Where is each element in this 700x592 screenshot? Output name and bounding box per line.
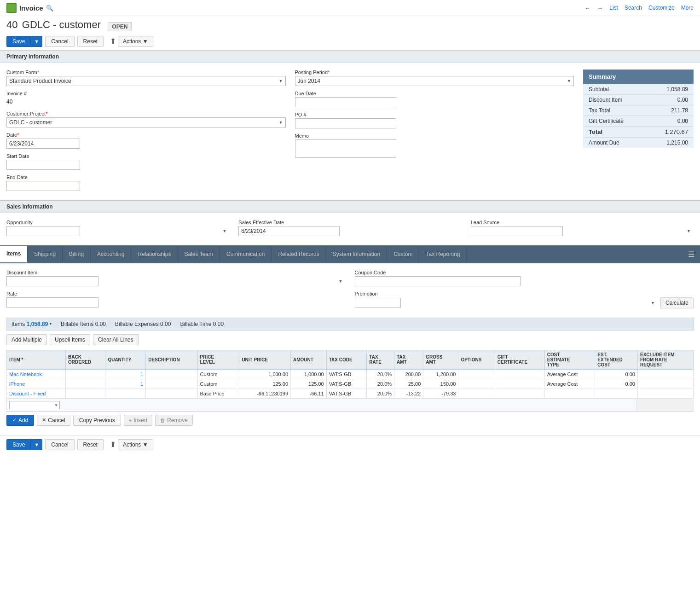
save-button[interactable]: Save bbox=[6, 36, 31, 47]
cancel-add-button[interactable]: ✕ Cancel bbox=[37, 415, 70, 426]
posting-period-select[interactable]: Jun 2014 bbox=[295, 76, 574, 86]
discount-item-select[interactable] bbox=[6, 276, 98, 286]
custom-form-select[interactable]: Standard Product Invoice bbox=[6, 76, 286, 86]
lead-source-select[interactable] bbox=[471, 226, 563, 236]
table-cell bbox=[495, 389, 544, 398]
table-cell bbox=[458, 389, 495, 398]
quantity-link[interactable]: 1 bbox=[140, 381, 143, 387]
table-cell: Average Cost bbox=[544, 369, 595, 379]
reset-button[interactable]: Reset bbox=[77, 36, 104, 47]
coupon-input[interactable] bbox=[355, 276, 521, 286]
add-multiple-button[interactable]: Add Multiple bbox=[6, 334, 47, 345]
table-cell: VAT:S-GB bbox=[326, 389, 367, 398]
insert-button[interactable]: + Insert bbox=[124, 415, 152, 426]
new-item-select-cell[interactable] bbox=[7, 399, 636, 411]
items-summary-bar: Items 1,058.89 • Billable Items 0.00 Bil… bbox=[6, 318, 694, 331]
table-cell: Average Cost bbox=[544, 379, 595, 389]
nav-search[interactable]: Search bbox=[625, 5, 642, 11]
table-cell bbox=[544, 389, 595, 398]
summary-box: Summary Subtotal 1,058.89 Discount Item … bbox=[583, 70, 694, 148]
new-item-select[interactable] bbox=[9, 401, 60, 409]
new-item-row bbox=[7, 399, 694, 411]
nav-customize[interactable]: Customize bbox=[648, 5, 675, 11]
tab-billing[interactable]: Billing bbox=[63, 246, 91, 262]
opportunity-field: Opportunity bbox=[6, 220, 229, 236]
po-input[interactable] bbox=[295, 118, 396, 128]
posting-period-wrap[interactable]: Jun 2014 bbox=[295, 76, 574, 86]
table-cell bbox=[146, 379, 197, 389]
cancel-button[interactable]: Cancel bbox=[45, 36, 74, 47]
rate-input[interactable] bbox=[6, 297, 98, 308]
lead-source-wrap[interactable] bbox=[471, 226, 694, 236]
table-cell: -13.22 bbox=[394, 389, 423, 398]
forward-arrow[interactable]: → bbox=[597, 5, 603, 12]
search-icon[interactable]: 🔍 bbox=[46, 5, 53, 12]
date-input[interactable] bbox=[6, 139, 80, 149]
bottom-cancel-button[interactable]: Cancel bbox=[45, 439, 74, 450]
back-arrow[interactable]: ← bbox=[584, 5, 590, 12]
customer-select-wrap[interactable]: GDLC - customer bbox=[6, 117, 286, 128]
new-item-empty bbox=[636, 399, 693, 411]
upsell-items-button[interactable]: Upsell Items bbox=[50, 334, 90, 345]
calculate-button[interactable]: Calculate bbox=[660, 297, 694, 308]
item-link[interactable]: iPhone bbox=[9, 381, 25, 387]
add-button[interactable]: ✓ Add bbox=[6, 415, 34, 426]
copy-previous-button[interactable]: Copy Previous bbox=[73, 415, 121, 426]
nav-more[interactable]: More bbox=[681, 5, 694, 11]
discount-item-wrap[interactable] bbox=[6, 276, 346, 286]
save-dropdown[interactable]: ▼ bbox=[31, 36, 42, 47]
th-tax-rate: TAXRATE bbox=[367, 350, 394, 369]
th-options: OPTIONS bbox=[458, 350, 495, 369]
opportunity-label: Opportunity bbox=[6, 220, 229, 225]
remove-button[interactable]: 🗑 Remove bbox=[155, 415, 193, 426]
item-link[interactable]: Discount - Fixed bbox=[9, 391, 46, 396]
table-cell: 125.00 bbox=[239, 379, 291, 389]
actions-button[interactable]: Actions ▼ bbox=[118, 36, 153, 47]
custom-form-field: Custom Form* Standard Product Invoice bbox=[6, 70, 286, 86]
nav-list[interactable]: List bbox=[609, 5, 618, 11]
th-price-level: PRICELEVEL bbox=[197, 350, 239, 369]
sales-section-header: Sales Information bbox=[0, 200, 700, 213]
sales-date-input[interactable] bbox=[238, 226, 340, 236]
tab-sales-team[interactable]: Sales Team bbox=[178, 246, 220, 262]
end-date-input[interactable] bbox=[6, 181, 80, 191]
table-cell: VAT:S-GB bbox=[326, 379, 367, 389]
opportunity-wrap[interactable] bbox=[6, 226, 229, 236]
table-cell: -79.33 bbox=[423, 389, 458, 398]
clear-all-button[interactable]: Clear All Lines bbox=[93, 334, 139, 345]
item-link[interactable]: Mac Notebook bbox=[9, 371, 42, 377]
th-tax-amt: TAXAMT bbox=[394, 350, 423, 369]
summary-subtotal: Subtotal 1,058.89 bbox=[583, 84, 694, 94]
table-cell bbox=[66, 389, 105, 398]
tab-system-info[interactable]: System Information bbox=[326, 246, 387, 262]
tab-custom[interactable]: Custom bbox=[387, 246, 419, 262]
tab-communication[interactable]: Communication bbox=[220, 246, 272, 262]
quantity-link[interactable]: 1 bbox=[140, 371, 143, 377]
custom-form-select-wrap[interactable]: Standard Product Invoice bbox=[6, 76, 286, 86]
start-date-input[interactable] bbox=[6, 160, 80, 170]
po-label: PO # bbox=[295, 112, 574, 117]
tab-items[interactable]: Items bbox=[0, 246, 28, 262]
actions-icon: ⬆ bbox=[110, 37, 116, 46]
promotion-wrap[interactable] bbox=[355, 298, 658, 308]
tab-relationships[interactable]: Relationships bbox=[131, 246, 178, 262]
opportunity-select[interactable] bbox=[6, 226, 80, 236]
th-back-ordered: BACKORDERED bbox=[66, 350, 105, 369]
tabs-menu-icon[interactable]: ☰ bbox=[683, 245, 700, 263]
bottom-save-button[interactable]: Save bbox=[6, 439, 31, 450]
memo-input[interactable] bbox=[295, 139, 396, 158]
bottom-actions-button[interactable]: Actions ▼ bbox=[118, 439, 153, 450]
tab-accounting[interactable]: Accounting bbox=[91, 246, 131, 262]
table-cell bbox=[105, 389, 146, 398]
bottom-save-dropdown[interactable]: ▼ bbox=[31, 439, 42, 450]
tab-tax-reporting[interactable]: Tax Reporting bbox=[419, 246, 467, 262]
start-date-field: Start Date bbox=[6, 153, 286, 170]
bottom-reset-button[interactable]: Reset bbox=[77, 439, 104, 450]
summary-amount-due: Amount Due 1,215.00 bbox=[583, 137, 694, 148]
date-field: Date* bbox=[6, 132, 286, 149]
customer-select[interactable]: GDLC - customer bbox=[6, 117, 286, 128]
due-date-input[interactable] bbox=[295, 97, 396, 107]
tab-related-records[interactable]: Related Records bbox=[272, 246, 326, 262]
tab-shipping[interactable]: Shipping bbox=[28, 246, 63, 262]
promotion-select[interactable] bbox=[355, 298, 401, 308]
